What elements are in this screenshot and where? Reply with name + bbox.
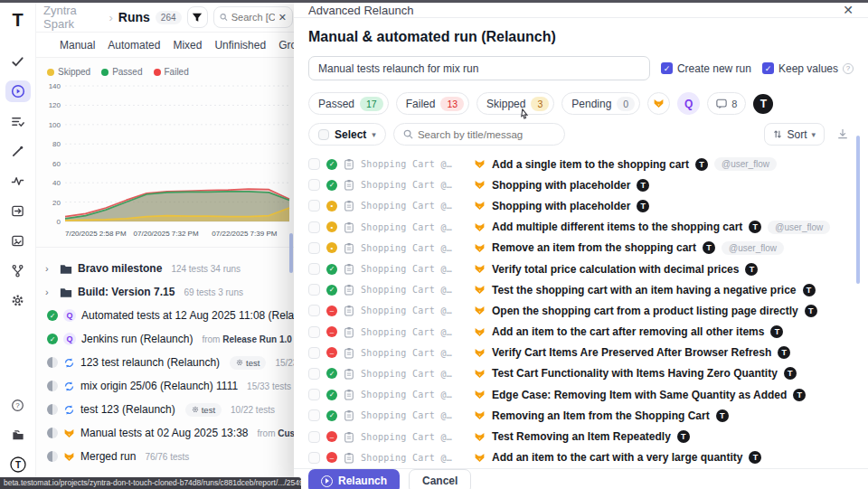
tree-run-title[interactable]: test 123 (Relaunch) <box>80 403 175 416</box>
export-box-icon[interactable] <box>5 200 31 221</box>
test-row[interactable]: ✓Shopping Cart @…Verify total price calc… <box>308 259 854 279</box>
runs-nav-icon[interactable] <box>5 80 31 102</box>
test-row[interactable]: •Shopping Cart @…Remove an item from the… <box>308 238 854 259</box>
test-title[interactable]: Test Cart Functionality with Items Havin… <box>492 367 778 380</box>
test-title[interactable]: Verify Cart Items Are Preserved After Br… <box>492 346 771 359</box>
breadcrumb-section[interactable]: Runs <box>118 10 150 24</box>
test-title[interactable]: Remove an item from the shopping cart <box>492 241 696 254</box>
main-search-input[interactable] <box>231 12 275 23</box>
test-title[interactable]: Verify total price calculation with deci… <box>492 263 739 276</box>
tree-row[interactable]: ›Build: Version 7.1569 tests 3 runs <box>45 280 300 304</box>
report-image-icon[interactable] <box>5 230 31 251</box>
tree-folder-title[interactable]: Build: Version 7.15 <box>78 286 175 298</box>
tree-run-title[interactable]: 123 test relaunch (Relaunch) <box>80 356 220 369</box>
tree-run-title[interactable]: Merged run <box>80 450 136 463</box>
test-row[interactable]: –Shopping Cart @…Open the shopping cart … <box>308 300 854 321</box>
test-title[interactable]: Add an item to the cart after removing a… <box>492 325 764 338</box>
tab-automated[interactable]: Automated <box>108 39 160 52</box>
main-search-box[interactable]: ✕ <box>213 6 293 28</box>
profile-avatar-icon[interactable]: T <box>5 454 31 475</box>
checkbox-checked-icon[interactable]: ✓ <box>661 62 673 74</box>
tree-folder-title[interactable]: Bravo milestone <box>78 262 162 275</box>
help-circle-icon[interactable]: ? <box>843 63 854 74</box>
test-row[interactable]: –Shopping Cart @…Add an item to the cart… <box>308 447 854 468</box>
tree-run-title[interactable]: Automated tests at 12 Aug 2025 11:08 (Re… <box>81 309 300 322</box>
relaunch-button[interactable]: Relaunch <box>308 469 400 489</box>
status-chip-passed[interactable]: Passed17 <box>308 92 389 115</box>
row-checkbox[interactable] <box>308 389 320 400</box>
filter-funnel-button[interactable] <box>187 6 208 28</box>
row-checkbox[interactable] <box>308 179 320 191</box>
tree-run-title[interactable]: mix origin 25/06 (Relaunch) 1111 <box>80 380 238 392</box>
fox-filter-chip[interactable] <box>647 92 670 115</box>
run-name-input[interactable] <box>308 56 650 80</box>
breadcrumb-project[interactable]: Zyntra Spark <box>43 4 104 31</box>
test-row[interactable]: –Shopping Cart @…Verify Cart Items Are P… <box>308 343 854 363</box>
test-title[interactable]: Add a single item to the shopping cart <box>492 158 689 171</box>
chevron-right-icon[interactable]: › <box>45 263 54 274</box>
sort-button[interactable]: Sort ▾ <box>764 123 825 146</box>
tree-row[interactable]: Merged run76/76 tests <box>45 445 300 468</box>
row-checkbox[interactable] <box>308 158 320 170</box>
comments-filter-chip[interactable]: 8 <box>707 92 746 115</box>
test-row[interactable]: •Shopping Cart @…Shopping with placehold… <box>308 195 854 216</box>
user-flow-tag[interactable]: @user_flow <box>768 221 830 234</box>
test-title[interactable]: Removing an Item from the Shopping Cart <box>492 409 710 422</box>
approvals-icon[interactable] <box>5 51 31 72</box>
test-search-input[interactable] <box>418 129 553 140</box>
tree-row[interactable]: ✓QJenkins run (Relaunch)from Release Run… <box>45 327 300 351</box>
test-row[interactable]: •Shopping Cart @…Add multiple different … <box>308 217 854 238</box>
checkbox-checked-icon[interactable]: ✓ <box>762 62 774 74</box>
test-title[interactable]: Open the shopping cart from a product li… <box>492 305 798 317</box>
settings-gear-icon[interactable] <box>5 289 31 311</box>
tab-manual[interactable]: Manual <box>60 39 95 52</box>
row-checkbox[interactable] <box>308 305 320 316</box>
clear-search-icon[interactable]: ✕ <box>278 12 287 24</box>
tree-row[interactable]: 123 test relaunch (Relaunch)test15/23 te… <box>45 351 300 374</box>
row-checkbox[interactable] <box>308 242 320 254</box>
wand-icon[interactable] <box>5 140 31 162</box>
tab-unfinished[interactable]: Unfinished <box>214 39 266 52</box>
tree-row[interactable]: test 123 (Relaunch)test10/22 tests <box>45 398 300 421</box>
branch-icon[interactable] <box>5 259 31 281</box>
select-all-checkbox[interactable] <box>318 129 329 140</box>
app-logo-icon[interactable]: T <box>12 10 23 31</box>
tab-mixed[interactable]: Mixed <box>173 39 202 52</box>
test-search-box[interactable] <box>393 123 565 146</box>
left-scrollbar-thumb[interactable] <box>289 233 293 273</box>
test-row[interactable]: ✓Shopping Cart @…Test Cart Functionality… <box>308 363 854 384</box>
test-title[interactable]: Add an item to the cart with a very larg… <box>492 451 742 464</box>
test-row[interactable]: –Shopping Cart @…Test Removing an Item R… <box>308 426 854 447</box>
automated-filter-chip[interactable]: Q <box>677 92 700 115</box>
tree-row[interactable]: mix origin 25/06 (Relaunch) 111115/33 te… <box>45 374 300 398</box>
download-icon[interactable] <box>832 127 854 143</box>
tree-row[interactable]: Manual tests at 02 Aug 2025 13:38from Cu… <box>45 421 300 445</box>
row-checkbox[interactable] <box>308 431 320 443</box>
tree-row[interactable]: ›Bravo milestone124 tests 34 runs <box>45 257 300 280</box>
status-chip-pending[interactable]: Pending0 <box>561 92 640 115</box>
test-tag-chip[interactable]: test <box>230 356 266 370</box>
test-title[interactable]: Shopping with placeholder <box>492 179 630 192</box>
test-title[interactable]: Test Removing an Item Repeatedly <box>492 430 671 443</box>
test-row[interactable]: ✓Shopping Cart @…Edge Case: Removing Ite… <box>308 384 854 405</box>
row-checkbox[interactable] <box>308 221 320 233</box>
test-title[interactable]: Shopping with placeholder <box>492 200 630 212</box>
test-row[interactable]: ✓Shopping Cart @…Test the shopping cart … <box>308 279 854 300</box>
help-icon[interactable]: ? <box>5 394 31 416</box>
test-title[interactable]: Edge Case: Removing Item with Same Quant… <box>492 389 787 401</box>
test-row[interactable]: –Shopping Cart @…Add an item to the cart… <box>308 322 854 343</box>
projects-folder-icon[interactable] <box>5 424 31 446</box>
user-flow-tag[interactable]: @user_flow <box>714 157 777 171</box>
test-tag-chip[interactable]: test <box>185 403 222 417</box>
tree-run-title[interactable]: Manual tests at 02 Aug 2025 13:38 <box>80 427 248 439</box>
cancel-button[interactable]: Cancel <box>409 469 471 489</box>
row-checkbox[interactable] <box>308 284 320 296</box>
pulse-icon[interactable] <box>5 170 31 192</box>
create-new-run-checkbox[interactable]: ✓ Create new run <box>661 62 751 75</box>
status-chip-failed[interactable]: Failed13 <box>396 92 469 115</box>
row-checkbox[interactable] <box>308 326 320 338</box>
row-checkbox[interactable] <box>308 263 320 275</box>
row-checkbox[interactable] <box>308 409 320 421</box>
select-dropdown[interactable]: Select ▾ <box>308 123 386 146</box>
tree-run-title[interactable]: Jenkins run (Relaunch) <box>81 333 193 345</box>
